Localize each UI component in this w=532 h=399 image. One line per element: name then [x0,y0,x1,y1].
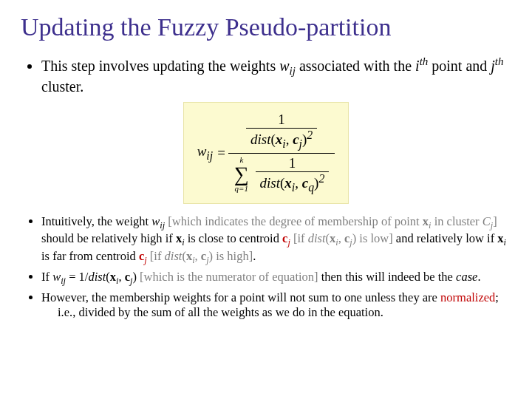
bullet-4: However, the membership weights for a po… [41,290,511,321]
formula-block: wij = 1 dist(xi, cj)2 k ∑ [21,102,511,203]
bullet-2: Intuitively, the weight wij [which indic… [41,214,511,267]
page-title: Updating the Fuzzy Pseudo-partition [21,13,511,41]
bullet-3: If wij = 1/dist(xi, cj) [which is the nu… [41,270,511,287]
bullet-list-2: Intuitively, the weight wij [which indic… [21,214,511,321]
bullet-1: This step involves updating the weights … [41,55,511,96]
bullet-list: This step involves updating the weights … [21,55,511,96]
formula-numerator: 1 dist(xi, cj)2 [240,110,323,152]
formula-denominator: k ∑ q=1 1 dist(xi, cq)2 [228,154,335,196]
bullet-4-cont: i.e., divided by the sum of all the weig… [41,305,511,321]
